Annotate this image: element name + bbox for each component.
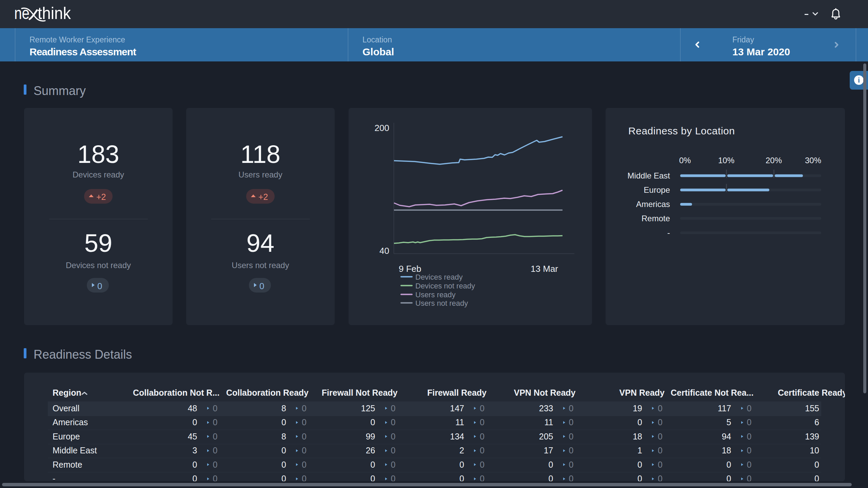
svg-text:Devices not ready: Devices not ready [415,282,475,290]
svg-text:9 Feb: 9 Feb [399,264,421,274]
svg-text:20%: 20% [766,156,782,165]
svg-text:Users not ready: Users not ready [415,299,468,307]
svg-text:0%: 0% [679,156,691,165]
svg-text:think: think [38,5,71,23]
svg-text:30%: 30% [805,156,821,165]
svg-text:10%: 10% [718,156,734,165]
svg-text:Readiness by Location: Readiness by Location [628,125,735,136]
svg-text:ne: ne [14,5,29,23]
svg-text:40: 40 [379,246,389,256]
svg-text:Users ready: Users ready [415,290,456,299]
svg-text:13 Mar: 13 Mar [531,264,558,274]
svg-text:Devices ready: Devices ready [415,273,462,281]
svg-text:-: - [667,228,670,237]
svg-text:Europe: Europe [644,185,670,194]
svg-text:Middle East: Middle East [628,171,670,180]
svg-text:200: 200 [375,123,389,133]
svg-text:Americas: Americas [636,200,670,209]
svg-text:Remote: Remote [642,214,670,223]
